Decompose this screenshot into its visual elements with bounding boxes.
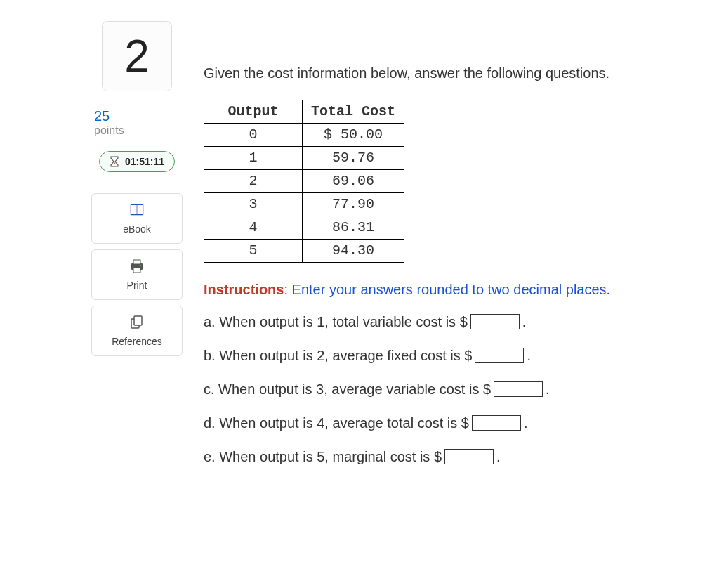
- question-a-pre: a. When output is 1, total variable cost…: [204, 312, 468, 332]
- question-e-pre: e. When output is 5, marginal cost is $: [204, 447, 442, 466]
- svg-rect-2: [137, 205, 143, 214]
- table-row: 1 59.76: [204, 147, 404, 170]
- tool-buttons: eBook Print: [91, 193, 183, 356]
- sidebar: 2 25 points 01:51:11: [91, 21, 183, 481]
- svg-rect-5: [133, 260, 140, 264]
- question-c-pre: c. When output is 3, average variable co…: [204, 379, 491, 399]
- table-cell: 4: [204, 216, 303, 240]
- cost-table: Output Total Cost 0 $ 50.00 1 59.76 2 69…: [204, 100, 404, 263]
- hourglass-icon: [110, 156, 119, 167]
- answer-input-c[interactable]: [494, 381, 543, 397]
- question-a: a. When output is 1, total variable cost…: [204, 312, 705, 332]
- instructions-label: Instructions: [204, 282, 284, 297]
- references-label: References: [112, 336, 162, 347]
- table-row: 5 94.30: [204, 240, 404, 263]
- instructions-text: : Enter your answers rounded to two deci…: [284, 282, 610, 297]
- print-label: Print: [127, 280, 147, 291]
- svg-point-7: [140, 265, 141, 266]
- table-cell: 3: [204, 193, 303, 216]
- instructions: Instructions: Enter your answers rounded…: [204, 280, 705, 299]
- question-d: d. When output is 4, average total cost …: [204, 413, 705, 433]
- book-icon: [129, 202, 145, 218]
- answer-input-a[interactable]: [470, 314, 520, 329]
- question-e-post: .: [496, 447, 501, 466]
- question-a-post: .: [522, 312, 527, 332]
- col-header-totalcost: Total Cost: [303, 100, 404, 124]
- svg-rect-6: [133, 268, 140, 273]
- svg-rect-1: [131, 205, 137, 214]
- table-cell: 1: [204, 147, 303, 170]
- ebook-button[interactable]: eBook: [91, 193, 183, 244]
- question-c: c. When output is 3, average variable co…: [204, 379, 705, 399]
- table-cell: 59.76: [303, 147, 404, 170]
- question-d-post: .: [524, 413, 528, 433]
- question-e: e. When output is 5, marginal cost is $ …: [204, 447, 705, 466]
- table-header-row: Output Total Cost: [204, 100, 404, 124]
- table-cell: 94.30: [303, 240, 404, 263]
- question-number-box: 2: [102, 21, 172, 91]
- intro-text: Given the cost information below, answer…: [204, 63, 705, 83]
- table-cell: 86.31: [303, 216, 404, 240]
- question-c-post: .: [546, 379, 550, 399]
- table-row: 4 86.31: [204, 216, 404, 240]
- table-cell: 5: [204, 240, 303, 263]
- answer-input-b[interactable]: [475, 348, 524, 363]
- table-cell: 2: [204, 170, 303, 193]
- points-label: points: [94, 124, 124, 137]
- timer-pill: 01:51:11: [99, 151, 175, 172]
- table-cell: 69.06: [303, 170, 404, 193]
- table-cell: $ 50.00: [303, 124, 404, 147]
- table-row: 3 77.90: [204, 193, 404, 216]
- main-content: Given the cost information below, answer…: [204, 21, 705, 481]
- table-cell: 77.90: [303, 193, 404, 216]
- question-number: 2: [124, 30, 150, 82]
- question-b-pre: b. When output is 2, average fixed cost …: [204, 346, 472, 365]
- svg-rect-9: [134, 316, 142, 325]
- points-block: 25 points: [94, 108, 124, 137]
- timer-text: 01:51:11: [125, 156, 164, 167]
- table-cell: 0: [204, 124, 303, 147]
- table-row: 2 69.06: [204, 170, 404, 193]
- printer-icon: [129, 259, 145, 274]
- page-container: 2 25 points 01:51:11: [0, 0, 719, 495]
- col-header-output: Output: [204, 100, 303, 124]
- copy-icon: [129, 315, 145, 330]
- answer-input-e[interactable]: [444, 449, 494, 464]
- table-row: 0 $ 50.00: [204, 124, 404, 147]
- question-b: b. When output is 2, average fixed cost …: [204, 346, 705, 365]
- print-button[interactable]: Print: [91, 249, 183, 300]
- answer-input-d[interactable]: [472, 415, 521, 431]
- references-button[interactable]: References: [91, 306, 183, 356]
- question-b-post: .: [527, 346, 531, 365]
- question-d-pre: d. When output is 4, average total cost …: [204, 413, 469, 433]
- points-value: 25: [94, 108, 124, 124]
- ebook-label: eBook: [123, 223, 151, 235]
